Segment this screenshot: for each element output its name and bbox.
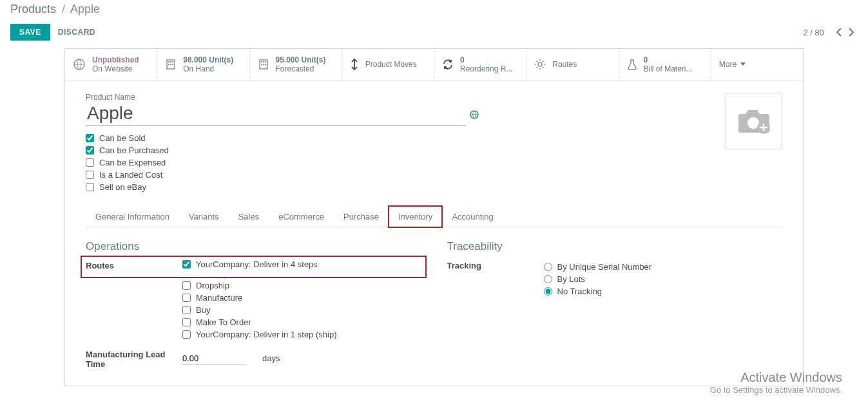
- arrows-vertical-icon: [350, 58, 359, 71]
- stat-boxes: Unpublished On Website 98.000 Unit(s) On…: [65, 49, 803, 81]
- route-dropship[interactable]: Dropship: [182, 281, 336, 290]
- check-is-landed-cost[interactable]: Is a Landed Cost: [86, 170, 782, 180]
- stat-forecasted[interactable]: 95.000 Unit(s) Forecasted: [250, 49, 342, 80]
- tab-inventory[interactable]: Inventory: [389, 206, 442, 227]
- route-make-to-order[interactable]: Make To Order: [182, 317, 336, 327]
- stat-onhand-label: On Hand: [183, 64, 233, 73]
- tab-general-information[interactable]: General Information: [86, 206, 179, 227]
- operations-section: Operations Routes YourCompany: Deliver i…: [86, 240, 421, 369]
- route-deliver-1-step[interactable]: YourCompany: Deliver in 1 step (ship): [182, 330, 336, 339]
- breadcrumb: Products / Apple: [0, 0, 868, 21]
- breadcrumb-separator: /: [62, 3, 65, 15]
- route-buy[interactable]: Buy: [182, 305, 336, 315]
- product-image-placeholder[interactable]: [726, 93, 782, 149]
- svg-rect-5: [168, 64, 169, 65]
- stat-moves-label: Product Moves: [365, 60, 417, 69]
- stat-routes-label: Routes: [552, 60, 577, 69]
- tracking-none[interactable]: No Tracking: [544, 287, 652, 296]
- mfg-lead-time-label: Manufacturing Lead Time: [86, 348, 182, 369]
- svg-rect-7: [172, 64, 173, 65]
- svg-rect-14: [265, 64, 266, 65]
- tracking-serial[interactable]: By Unique Serial Number: [544, 262, 652, 272]
- form-sheet: Unpublished On Website 98.000 Unit(s) On…: [64, 48, 804, 386]
- stat-onhand-value: 98.000 Unit(s): [183, 55, 233, 64]
- svg-rect-12: [261, 64, 262, 65]
- save-button[interactable]: SAVE: [10, 24, 50, 41]
- mfg-lead-time-input[interactable]: [182, 352, 247, 365]
- svg-rect-3: [170, 61, 171, 62]
- windows-activation-watermark: Activate Windows Go to Settings to activ…: [710, 370, 842, 395]
- caret-down-icon: [740, 62, 746, 66]
- svg-rect-6: [170, 64, 171, 65]
- stat-unpublished-label: On Website: [92, 64, 139, 73]
- chevron-left-icon: [836, 28, 842, 37]
- routes-label: Routes: [86, 259, 182, 270]
- stat-unpublished[interactable]: Unpublished On Website: [65, 49, 157, 80]
- traceability-title: Traceability: [447, 240, 783, 253]
- control-panel: SAVE DISCARD 2 / 80: [0, 21, 868, 48]
- refresh-icon: [442, 59, 454, 70]
- tab-variants[interactable]: Variants: [179, 206, 229, 227]
- stat-bom[interactable]: 0 Bill of Materi...: [619, 49, 711, 80]
- building-icon: [258, 59, 269, 70]
- stat-routes[interactable]: Routes: [526, 49, 619, 80]
- stat-forecasted-value: 95.000 Unit(s): [276, 55, 326, 64]
- breadcrumb-current: Apple: [70, 3, 100, 15]
- building-icon: [165, 59, 177, 70]
- stat-more-label: More: [719, 60, 737, 69]
- svg-rect-2: [168, 61, 169, 62]
- tracking-label: Tracking: [447, 259, 544, 270]
- svg-point-15: [538, 62, 542, 66]
- tabs: General Information Variants Sales eComm…: [86, 206, 782, 227]
- check-can-be-sold[interactable]: Can be Sold: [86, 133, 782, 143]
- tab-purchase[interactable]: Purchase: [334, 206, 389, 227]
- operations-title: Operations: [86, 240, 421, 253]
- breadcrumb-root[interactable]: Products: [10, 3, 56, 15]
- stat-reordering-label: Reordering R...: [460, 64, 512, 73]
- globe-icon: [73, 58, 86, 71]
- svg-rect-11: [265, 61, 266, 62]
- check-can-be-purchased[interactable]: Can be Purchased: [86, 146, 782, 155]
- pager-next-button[interactable]: [845, 26, 858, 39]
- discard-button[interactable]: DISCARD: [58, 28, 95, 37]
- flask-icon: [627, 59, 637, 70]
- pager: 2 / 80: [803, 26, 858, 39]
- pager-prev-button[interactable]: [832, 26, 845, 39]
- svg-rect-9: [261, 61, 262, 62]
- product-name-input[interactable]: [86, 103, 466, 126]
- traceability-section: Traceability Tracking By Unique Serial N…: [447, 240, 783, 369]
- svg-rect-10: [263, 61, 264, 62]
- stat-reordering-value: 0: [460, 55, 512, 64]
- route-manufacture[interactable]: Manufacture: [182, 293, 336, 303]
- tracking-lots[interactable]: By Lots: [544, 274, 652, 284]
- route-deliver-4-steps[interactable]: YourCompany: Deliver in 4 steps: [182, 259, 318, 269]
- translate-globe-icon[interactable]: [470, 110, 479, 119]
- stat-bom-label: Bill of Materi...: [644, 64, 693, 73]
- stat-unpublished-value: Unpublished: [92, 55, 139, 64]
- stat-onhand[interactable]: 98.000 Unit(s) On Hand: [157, 49, 249, 80]
- stat-reordering[interactable]: 0 Reordering R...: [434, 49, 526, 80]
- gear-icon: [534, 59, 546, 70]
- tab-ecommerce[interactable]: eCommerce: [269, 206, 334, 227]
- check-sell-on-ebay[interactable]: Sell on eBay: [86, 182, 782, 192]
- mfg-lead-time-unit: days: [262, 353, 280, 363]
- product-name-label: Product Name: [86, 93, 782, 102]
- stat-bom-value: 0: [644, 55, 693, 64]
- stat-product-moves[interactable]: Product Moves: [342, 49, 434, 80]
- chevron-right-icon: [849, 28, 854, 37]
- tab-accounting[interactable]: Accounting: [442, 206, 503, 227]
- svg-rect-13: [263, 64, 264, 65]
- camera-add-icon: [735, 106, 773, 136]
- svg-rect-4: [172, 61, 173, 62]
- check-can-be-expensed[interactable]: Can be Expensed: [86, 158, 782, 167]
- tab-sales[interactable]: Sales: [229, 206, 269, 227]
- stat-more[interactable]: More: [711, 49, 803, 80]
- stat-forecasted-label: Forecasted: [276, 64, 326, 73]
- routes-highlight: Routes YourCompany: Deliver in 4 steps: [82, 257, 425, 277]
- pager-position: 2 / 80: [803, 28, 824, 37]
